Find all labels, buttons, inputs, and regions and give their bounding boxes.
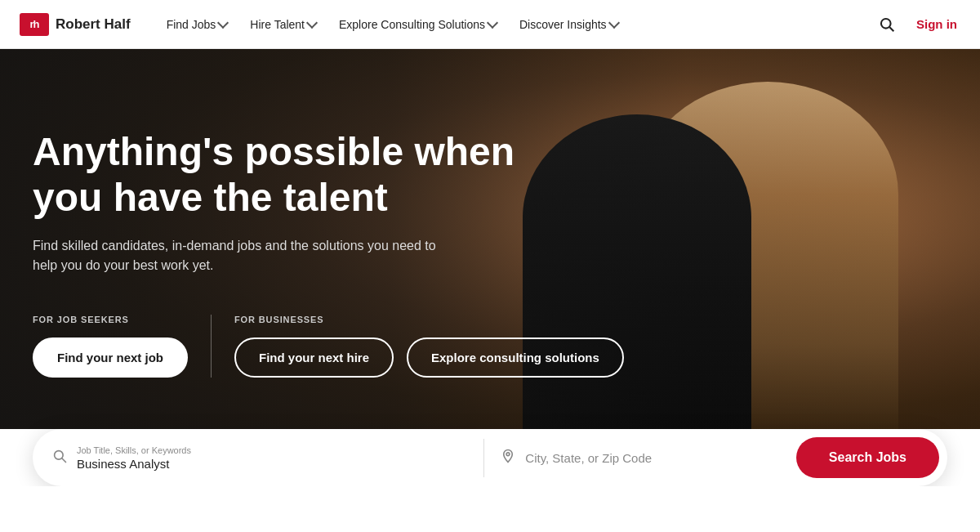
chevron-down-icon — [487, 17, 498, 29]
logo-icon: rh — [20, 13, 49, 36]
location-field[interactable]: City, State, or Zip Code — [484, 442, 796, 473]
explore-consulting-button[interactable]: Explore consulting solutions — [407, 338, 624, 378]
brand-name: Robert Half — [56, 16, 131, 33]
chevron-down-icon — [217, 17, 229, 29]
business-buttons-row: Find your next hire Explore consulting s… — [234, 338, 624, 378]
location-icon — [501, 449, 515, 467]
for-job-seekers-label: FOR JOB SEEKERS — [33, 315, 188, 324]
job-field-inner: Job Title, Skills, or Keywords Business … — [77, 445, 191, 471]
job-field-label: Job Title, Skills, or Keywords — [77, 445, 191, 455]
nav-find-jobs[interactable]: Find Jobs — [157, 11, 238, 38]
job-search-field[interactable]: Job Title, Skills, or Keywords Business … — [49, 439, 484, 477]
main-nav: Find Jobs Hire Talent Explore Consulting… — [157, 11, 874, 38]
nav-discover-insights[interactable]: Discover Insights — [510, 11, 628, 38]
search-field-icon — [52, 449, 67, 467]
svg-point-0 — [881, 18, 891, 28]
nav-explore-consulting[interactable]: Explore Consulting Solutions — [329, 11, 506, 38]
find-next-job-button[interactable]: Find your next job — [33, 338, 188, 378]
search-bar-container: Job Title, Skills, or Keywords Business … — [33, 429, 947, 486]
svg-line-3 — [62, 458, 66, 463]
chevron-down-icon — [306, 17, 318, 29]
search-jobs-button[interactable]: Search Jobs — [796, 437, 939, 478]
svg-line-1 — [889, 27, 893, 31]
search-icon-button[interactable] — [874, 11, 900, 38]
hero-headline: Anything's possible when you have the ta… — [33, 129, 539, 219]
svg-point-4 — [506, 453, 510, 456]
logo-area[interactable]: rh Robert Half — [20, 13, 131, 36]
search-bar-section: Job Title, Skills, or Keywords Business … — [0, 429, 980, 486]
search-icon — [879, 16, 895, 33]
hero-section: Anything's possible when you have the ta… — [0, 49, 980, 458]
cta-divider — [211, 315, 212, 378]
nav-hire-talent[interactable]: Hire Talent — [240, 11, 326, 38]
sign-in-button[interactable]: Sign in — [913, 12, 960, 36]
hero-subtext: Find skilled candidates, in-demand jobs … — [33, 236, 457, 275]
hero-content: Anything's possible when you have the ta… — [0, 49, 980, 458]
site-header: rh Robert Half Find Jobs Hire Talent Exp… — [0, 0, 980, 49]
location-placeholder[interactable]: City, State, or Zip Code — [525, 451, 652, 465]
chevron-down-icon — [608, 17, 620, 29]
hero-cta-row: FOR JOB SEEKERS Find your next job FOR B… — [33, 315, 947, 378]
for-businesses-label: FOR BUSINESSES — [234, 315, 624, 324]
businesses-group: FOR BUSINESSES Find your next hire Explo… — [234, 315, 624, 378]
job-field-value[interactable]: Business Analyst — [77, 457, 191, 471]
job-seekers-group: FOR JOB SEEKERS Find your next job — [33, 315, 188, 378]
header-actions: Sign in — [874, 11, 960, 38]
find-next-hire-button[interactable]: Find your next hire — [234, 338, 394, 378]
